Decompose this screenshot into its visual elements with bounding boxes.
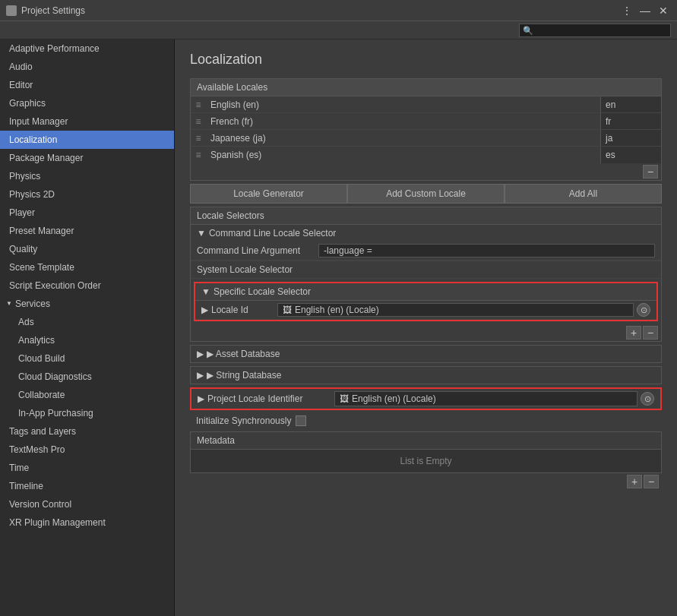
locale-selectors-header: Locale Selectors [191,207,661,225]
specific-locale-section: ▼ Specific Locale Selector ▶ Locale Id 🖼… [194,282,658,321]
command-line-arg-label: Command Line Argument [197,245,318,256]
specific-locale-header: ▼ Specific Locale Selector [195,283,656,301]
minimize-button[interactable]: — [637,3,653,18]
metadata-header: Metadata [190,431,662,449]
add-metadata-button[interactable]: + [627,475,642,488]
specific-locale-expand-icon: ▼ [201,286,210,297]
sidebar-item-cloud-build[interactable]: Cloud Build [0,349,174,368]
sidebar-item-cloud-diagnostics[interactable]: Cloud Diagnostics [0,368,174,386]
remove-locale-selector-button[interactable]: − [643,326,658,340]
asset-database-section: ▶ ▶ Asset Database [190,345,662,363]
sidebar-item-preset-manager[interactable]: Preset Manager [0,222,174,240]
settings-icon [6,5,17,16]
sidebar-item-xr-plugin-management[interactable]: XR Plugin Management [0,513,174,532]
sidebar-item-localization[interactable]: Localization [0,131,174,149]
locale-circle-btn[interactable]: ⊙ [637,303,650,317]
command-line-arg-value: -language = [318,244,655,257]
sidebar-item-script-execution-order[interactable]: Script Execution Order [0,276,174,295]
locale-id-label: Locale Id [211,305,248,315]
sidebar-item-adaptive-performance[interactable]: Adaptive Performance [0,39,174,58]
project-locale-value-container: 🖼 English (en) (Locale) [334,391,637,406]
locale-id-pick-button[interactable]: ⊙ [637,303,650,317]
sidebar-item-in-app-purchasing[interactable]: In-App Purchasing [0,404,174,422]
string-database-section: ▶ ▶ String Database [190,366,662,384]
sidebar-item-time[interactable]: Time [0,459,174,477]
action-buttons-row: Locale Generator Add Custom Locale Add A… [190,184,662,204]
title-bar-left: Project Settings [6,5,85,16]
command-line-label: Command Line Locale Selector [209,228,336,239]
project-locale-value: English (en) (Locale) [352,393,436,404]
available-locales-header: Available Locales [191,79,661,96]
project-locale-pick-icon: 🖼 [340,393,349,404]
add-custom-locale-button[interactable]: Add Custom Locale [347,184,505,204]
locale-id-value-container: 🖼 English (en) (Locale) [277,303,634,317]
sidebar-item-scene-template[interactable]: Scene Template [0,258,174,276]
title-bar: Project Settings ⋮ — ✕ [0,0,677,21]
metadata-empty-list: List is Empty [190,449,662,473]
locale-code-spanish: es [600,147,661,163]
sidebar-item-services[interactable]: ▼ Services [0,295,174,313]
locale-name-english: English (en) [206,100,600,110]
drag-handle-japanese[interactable]: ≡ [191,133,206,144]
string-db-expand-icon: ▶ [197,370,204,381]
locale-row-french: ≡ French (fr) fr [191,113,661,130]
sidebar-item-timeline[interactable]: Timeline [0,477,174,495]
sidebar-item-analytics[interactable]: Analytics [0,331,174,349]
metadata-section: Metadata List is Empty + − [190,431,662,490]
project-locale-row: ▶ Project Locale Identifier 🖼 English (e… [190,387,662,410]
sidebar-item-audio[interactable]: Audio [0,58,174,76]
locale-id-expand-icon: ▶ [201,305,208,315]
remove-metadata-button[interactable]: − [644,475,659,488]
add-all-button[interactable]: Add All [505,184,662,204]
sidebar-item-textmesh-pro[interactable]: TextMesh Pro [0,441,174,459]
window-title: Project Settings [21,5,85,16]
drag-handle-french[interactable]: ≡ [191,116,206,127]
project-locale-label: Project Locale Identifier [207,393,302,404]
init-sync-checkbox[interactable] [296,415,306,426]
drag-handle-english[interactable]: ≡ [191,100,206,110]
sidebar-item-graphics[interactable]: Graphics [0,94,174,112]
main-container: Adaptive Performance Audio Editor Graphi… [0,39,677,616]
locale-selectors-plus-minus: + − [191,324,661,341]
locale-generator-button[interactable]: Locale Generator [190,184,347,204]
drag-handle-spanish[interactable]: ≡ [191,150,206,160]
sidebar-item-editor[interactable]: Editor [0,76,174,94]
locale-minus-row: − [191,163,661,180]
locale-name-japanese: Japanese (ja) [206,133,600,144]
sidebar-item-input-manager[interactable]: Input Manager [0,112,174,131]
locale-code-japanese: ja [600,130,661,146]
locale-row-japanese: ≡ Japanese (ja) ja [191,130,661,147]
search-input[interactable] [519,24,671,37]
command-line-expand-icon: ▼ [197,228,206,239]
sidebar-item-collaborate[interactable]: Collaborate [0,386,174,404]
system-locale-header: System Locale Selector [191,261,661,279]
sidebar-item-physics-2d[interactable]: Physics 2D [0,185,174,204]
locale-code-french: fr [600,113,661,129]
add-locale-selector-button[interactable]: + [626,326,641,340]
close-button[interactable]: ✕ [656,3,671,18]
sidebar-item-quality[interactable]: Quality [0,240,174,258]
page-title: Localization [190,52,662,68]
sidebar-item-tags-and-layers[interactable]: Tags and Layers [0,422,174,441]
sidebar-label-services: Services [15,297,50,311]
sidebar-item-ads[interactable]: Ads [0,313,174,331]
locale-pick-icon: 🖼 [283,305,292,315]
command-line-arg-row: Command Line Argument -language = [191,242,661,261]
project-locale-pick-button[interactable]: ⊙ [641,392,654,406]
search-bar [0,21,677,39]
sidebar-item-package-manager[interactable]: Package Manager [0,149,174,167]
sidebar-item-physics[interactable]: Physics [0,167,174,185]
sidebar-item-player[interactable]: Player [0,204,174,222]
menu-button[interactable]: ⋮ [619,3,634,18]
command-line-section: ▼ Command Line Locale Selector Command L… [191,225,661,261]
sidebar-item-version-control[interactable]: Version Control [0,495,174,513]
locale-row-spanish: ≡ Spanish (es) es [191,147,661,163]
project-locale-circle-btn-container: ⊙ [641,392,654,406]
locale-id-value: English (en) (Locale) [295,305,379,315]
title-bar-buttons: ⋮ — ✕ [619,3,671,18]
project-locale-expand-icon: ▶ [198,393,204,404]
metadata-plus-minus-row: + − [190,473,662,490]
init-sync-label: Initialize Synchronously [196,415,291,426]
remove-locale-button[interactable]: − [643,165,658,178]
locale-id-label-container: ▶ Locale Id [201,305,277,315]
